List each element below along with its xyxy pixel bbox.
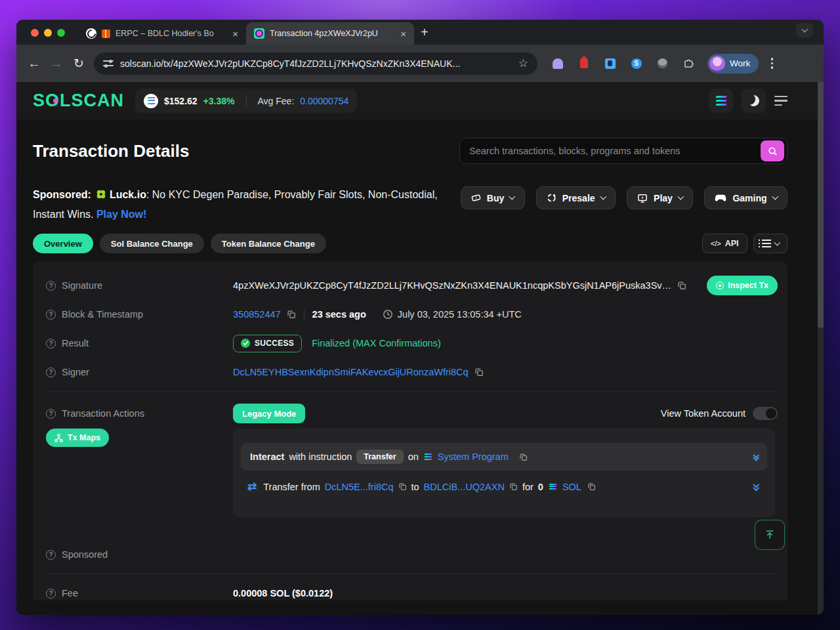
from-address-link[interactable]: DcLN5E...fri8Cq (325, 482, 394, 492)
back-button[interactable]: ← (23, 52, 45, 75)
tab-close-icon[interactable]: × (400, 28, 406, 39)
status-badge: SUCCESS (233, 335, 302, 352)
sponsor-cta-link[interactable]: Play Now! (96, 209, 146, 220)
url-text[interactable]: solscan.io/tx/4pzXWeXJVr2pUKZCp8CyT4fJzZ… (120, 58, 512, 69)
close-window-button[interactable] (31, 29, 39, 37)
tab-transaction[interactable]: Transaction 4pzXWeXJVr2pU × (246, 22, 414, 45)
erpc-favicon-icon (86, 28, 96, 39)
sponsor-text: : No KYC Degen Paradise, Provably Fair S… (33, 189, 438, 220)
extensions-puzzle-icon[interactable] (678, 52, 700, 74)
token-link[interactable]: SOL (562, 482, 581, 492)
sponsor-name[interactable]: Luck.io (110, 189, 146, 200)
sol-price: $152.62 (164, 96, 198, 106)
buy-dropdown-button[interactable]: Buy (461, 186, 525, 209)
minimize-window-button[interactable] (44, 29, 52, 37)
copy-icon[interactable] (519, 453, 528, 461)
tab-search-chevron-icon[interactable] (796, 23, 813, 37)
forward-button[interactable]: → (45, 52, 68, 75)
view-token-account-toggle[interactable] (753, 407, 778, 420)
chevron-down-icon (600, 194, 606, 200)
avatar (709, 56, 725, 72)
help-icon[interactable] (46, 550, 56, 560)
solscan-logo[interactable]: SOLSCAN (33, 91, 124, 111)
api-button[interactable]: </>API (702, 234, 747, 253)
instruction-header[interactable]: Interact with instruction Transfer on Sy… (241, 443, 767, 471)
profile-chip[interactable]: Work (707, 54, 759, 74)
eye-icon (716, 282, 724, 289)
section-divider (46, 391, 778, 392)
program-link[interactable]: System Program (438, 452, 509, 462)
result-label: Result (62, 338, 89, 348)
gray-extension-icon[interactable] (652, 52, 673, 74)
presale-dropdown-button[interactable]: Presale (536, 186, 616, 209)
help-icon[interactable] (46, 409, 56, 419)
scroll-to-top-button[interactable] (755, 520, 785, 550)
expand-double-chevron-icon[interactable] (754, 484, 759, 490)
page-scrollbar[interactable] (818, 82, 824, 615)
search-input[interactable] (469, 146, 761, 156)
signer-address-link[interactable]: DcLN5EYHBSexnKdipnSmiFAKevcxGijURonzaWfr… (233, 367, 469, 377)
signature-value[interactable]: 4pzXWeXJVr2pUKZCp8CyT4fJzZD2LLj7KHvQSzNx… (233, 280, 671, 291)
clover-icon (95, 188, 107, 206)
browser-menu-kebab-icon[interactable] (765, 58, 778, 69)
gaming-dropdown-button[interactable]: Gaming (704, 186, 788, 209)
finality-text: Finalized (MAX Confirmations) (312, 338, 441, 348)
tab-overview[interactable]: Overview (33, 234, 93, 253)
copy-icon[interactable] (587, 482, 596, 491)
inspect-tx-label: Inspect Tx (728, 281, 768, 290)
red-extension-icon[interactable] (573, 52, 595, 74)
dark-mode-button[interactable] (742, 89, 766, 113)
transfer-row: ⇄ Transfer from DcLN5E...fri8Cq to BDLCi… (241, 480, 767, 494)
browser-toolbar: ← → ↻ solscan.io/tx/4pzXWeXJVr2pUKZCp8Cy… (16, 45, 824, 82)
transaction-details-card: Signature 4pzXWeXJVr2pUKZCp8CyT4fJzZD2LL… (33, 261, 788, 600)
expand-double-chevron-icon[interactable] (754, 454, 759, 460)
solflare-extension-icon[interactable]: S (625, 52, 647, 74)
list-options-button[interactable] (753, 234, 788, 253)
copy-icon[interactable] (287, 310, 296, 319)
network-solana-button[interactable] (709, 89, 733, 113)
help-icon[interactable] (46, 281, 56, 291)
search-bar[interactable] (459, 138, 788, 164)
help-icon[interactable] (46, 368, 56, 377)
to-address-link[interactable]: BDLCiB...UQ2AXN (424, 482, 505, 492)
menu-hamburger-icon[interactable] (774, 96, 788, 106)
inspect-tx-button[interactable]: Inspect Tx (707, 276, 778, 295)
address-bar[interactable]: solscan.io/tx/4pzXWeXJVr2pUKZCp8CyT4fJzZ… (94, 52, 537, 75)
tab-erpc[interactable]: ERPC – BDLC Hodler's Bo × (78, 22, 246, 45)
block-timestamp-row: Block & Timestamp 350852447 23 secs ago … (46, 304, 778, 324)
browser-window: ERPC – BDLC Hodler's Bo × Transaction 4p… (16, 20, 824, 615)
copy-icon[interactable] (509, 482, 518, 491)
phantom-extension-icon[interactable] (547, 52, 568, 74)
avg-fee-value[interactable]: 0.00000754 (300, 96, 348, 106)
bookmark-star-icon[interactable]: ☆ (518, 56, 528, 70)
new-tab-button[interactable]: + (421, 26, 429, 39)
tab-close-icon[interactable]: × (232, 28, 238, 39)
moon-icon (747, 94, 761, 108)
zoom-window-button[interactable] (57, 29, 65, 37)
block-number-link[interactable]: 350852447 (233, 309, 281, 320)
help-icon[interactable] (46, 589, 56, 598)
help-icon[interactable] (46, 339, 56, 348)
solana-icon (716, 96, 726, 106)
divider (246, 96, 247, 106)
tab-strip: ERPC – BDLC Hodler's Bo × Transaction 4p… (16, 20, 824, 45)
to-word: to (411, 482, 419, 492)
fee-label: Fee (62, 588, 78, 598)
copy-icon[interactable] (677, 281, 686, 290)
search-button[interactable] (761, 140, 784, 161)
tx-maps-button[interactable]: Tx Maps (46, 429, 109, 447)
copy-icon[interactable] (474, 368, 484, 377)
result-row: Result SUCCESS Finalized (MAX Confirmati… (46, 333, 778, 353)
tab-sol-balance-change[interactable]: Sol Balance Change (100, 234, 204, 253)
help-icon[interactable] (46, 310, 56, 320)
site-info-icon[interactable] (103, 60, 114, 68)
gaming-label: Gaming (732, 193, 766, 203)
reload-button[interactable]: ↻ (68, 52, 90, 75)
play-dropdown-button[interactable]: Play (627, 186, 693, 209)
tab-token-balance-change[interactable]: Token Balance Change (211, 234, 326, 253)
buy-label: Buy (487, 193, 504, 203)
legacy-mode-button[interactable]: Legacy Mode (233, 404, 305, 423)
blue-square-extension-icon[interactable] (599, 52, 621, 74)
copy-icon[interactable] (398, 482, 407, 491)
scrollbar-thumb[interactable] (818, 82, 824, 327)
